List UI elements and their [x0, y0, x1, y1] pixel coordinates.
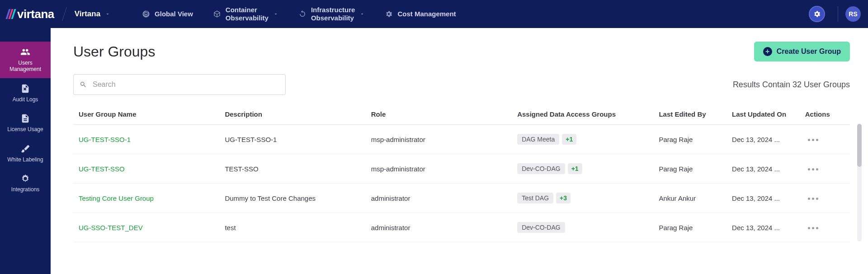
user-group-link[interactable]: UG-SSO-TEST_DEV [79, 224, 143, 231]
sidebar-item-license-usage[interactable]: License Usage [0, 108, 51, 138]
row-actions-menu[interactable] [805, 195, 821, 203]
table-row: Testing Core User GroupDummy to Test Cor… [73, 184, 850, 213]
edited-by-cell: Parag Raje [653, 125, 726, 154]
chevron-down-icon [359, 11, 365, 17]
updated-cell: Dec 13, 2024 ... [726, 125, 800, 154]
sync-icon [298, 10, 307, 18]
nav-label: Cost Management [397, 10, 456, 18]
role-cell: msp-administrator [366, 154, 512, 184]
sidebar-item-label: Integrations [11, 186, 40, 193]
updated-cell: Dec 13, 2024 ... [726, 213, 800, 242]
dag-cell: Test DAG+3 [512, 184, 653, 213]
dag-more-badge[interactable]: +1 [562, 134, 576, 145]
sidebar-item-white-labeling[interactable]: White Labeling [0, 138, 51, 168]
integrations-icon [20, 174, 30, 184]
dag-tag[interactable]: Test DAG [517, 193, 553, 203]
search-icon [80, 81, 87, 88]
user-groups-table: User Group Name Description Role Assigne… [73, 104, 850, 242]
updated-cell: Dec 13, 2024 ... [726, 184, 800, 213]
row-actions-menu[interactable] [805, 165, 821, 173]
page-title: User Groups [73, 43, 155, 60]
edited-by-cell: Parag Raje [653, 213, 726, 242]
sidebar-item-label: White Labeling [7, 156, 43, 163]
description-cell: TEST-SSO [219, 154, 365, 184]
search-input[interactable] [73, 74, 286, 95]
cube-icon [213, 10, 221, 18]
edited-by-cell: Parag Raje [653, 154, 726, 184]
scrollbar-thumb[interactable] [857, 124, 862, 167]
role-cell: administrator [366, 213, 512, 242]
nav-container-observability[interactable]: Container Observability [208, 3, 283, 25]
table-row: UG-TEST-SSO-1UG-TEST-SSO-1msp-administra… [73, 125, 850, 154]
divider [62, 7, 67, 21]
brand-logo[interactable]: virtana [7, 7, 54, 21]
sidebar-item-label: License Usage [7, 126, 43, 132]
col-description[interactable]: Description [219, 104, 365, 125]
user-group-link[interactable]: UG-TEST-SSO [79, 165, 125, 173]
nav-label: Container Observability [226, 6, 269, 22]
create-user-group-button[interactable]: + Create User Group [754, 42, 850, 61]
col-role[interactable]: Role [366, 104, 512, 125]
button-label: Create User Group [777, 47, 841, 56]
results-count: Results Contain 32 User Groups [733, 80, 850, 90]
edited-by-cell: Ankur Ankur [653, 184, 726, 213]
gear-icon [813, 10, 821, 18]
nav-cost-management[interactable]: Cost Management [380, 7, 460, 21]
sidebar: Users Management Audit Logs License Usag… [0, 28, 51, 274]
description-cell: test [219, 213, 365, 242]
plus-icon: + [763, 47, 772, 56]
nav-global-view[interactable]: Global View [137, 7, 198, 21]
sidebar-item-audit-logs[interactable]: Audit Logs [0, 78, 51, 108]
sidebar-item-integrations[interactable]: Integrations [0, 168, 51, 198]
sidebar-item-label: Audit Logs [13, 96, 38, 103]
role-cell: administrator [366, 184, 512, 213]
main-content: User Groups + Create User Group Results … [51, 28, 868, 274]
col-updated-on[interactable]: Last Updated On [726, 104, 800, 125]
chevron-down-icon [105, 11, 110, 17]
updated-cell: Dec 13, 2024 ... [726, 154, 800, 184]
dag-cell: DAG Meeta+1 [512, 125, 653, 154]
top-nav-bar: virtana Virtana Global View Container Ob… [0, 0, 868, 28]
primary-nav: Global View Container Observability Infr… [137, 3, 461, 25]
dag-tag[interactable]: Dev-CO-DAG [517, 222, 565, 233]
nav-label: Infrastructure Observability [311, 6, 355, 22]
table-row: UG-TEST-SSOTEST-SSOmsp-administratorDev-… [73, 154, 850, 184]
col-dag[interactable]: Assigned Data Access Groups [512, 104, 653, 125]
sidebar-item-label: Users Management [9, 60, 41, 73]
users-icon [20, 47, 30, 57]
search-wrap [73, 74, 286, 95]
dag-tag[interactable]: DAG Meeta [517, 134, 559, 145]
settings-button[interactable] [809, 6, 825, 22]
globe-icon [142, 10, 150, 18]
col-name[interactable]: User Group Name [73, 104, 219, 125]
gear-icon [385, 10, 393, 18]
description-cell: UG-TEST-SSO-1 [219, 125, 365, 154]
col-edited-by[interactable]: Last Edited By [653, 104, 726, 125]
brush-icon [20, 144, 30, 154]
dag-cell: Dev-CO-DAG+1 [512, 154, 653, 184]
dag-more-badge[interactable]: +1 [568, 163, 582, 174]
logo-glyph [7, 9, 15, 19]
nav-infrastructure-observability[interactable]: Infrastructure Observability [294, 3, 370, 25]
user-group-link[interactable]: UG-TEST-SSO-1 [79, 136, 131, 143]
sidebar-item-users-management[interactable]: Users Management [0, 42, 51, 78]
description-cell: Dummy to Test Core Changes [219, 184, 365, 213]
user-group-link[interactable]: Testing Core User Group [79, 194, 154, 202]
org-switcher[interactable]: Virtana [75, 9, 110, 19]
dag-tag[interactable]: Dev-CO-DAG [517, 163, 565, 174]
col-actions: Actions [800, 104, 850, 125]
divider [838, 6, 838, 22]
nav-label: Global View [155, 10, 193, 18]
role-cell: msp-administrator [366, 125, 512, 154]
brand-name: virtana [17, 7, 54, 21]
org-name: Virtana [75, 9, 100, 19]
table-row: UG-SSO-TEST_DEVtestadministratorDev-CO-D… [73, 213, 850, 242]
audit-icon [20, 84, 30, 94]
user-avatar[interactable]: RS [845, 6, 861, 22]
scrollbar[interactable] [857, 124, 862, 241]
row-actions-menu[interactable] [805, 224, 821, 232]
document-icon [20, 113, 30, 123]
dag-more-badge[interactable]: +3 [556, 193, 571, 203]
chevron-down-icon [273, 11, 278, 17]
row-actions-menu[interactable] [805, 136, 821, 144]
